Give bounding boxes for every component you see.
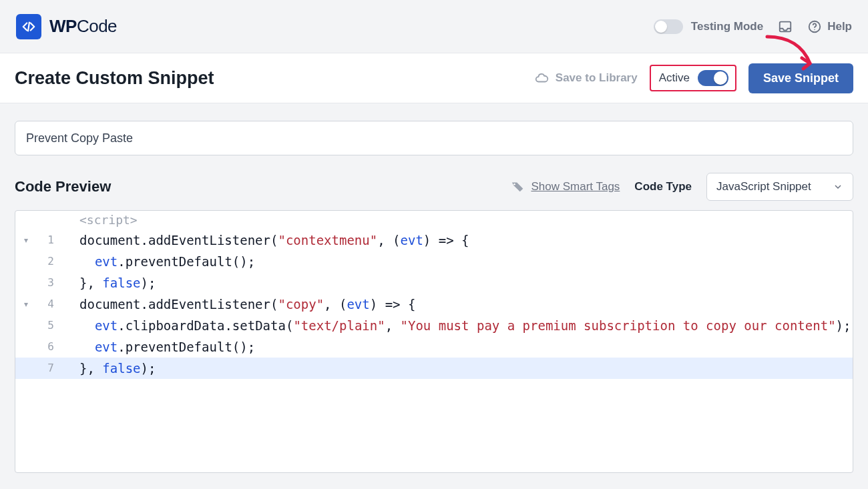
code-text[interactable]: document.addEventListener("contextmenu",…	[61, 229, 853, 251]
code-type-select[interactable]: JavaScript Snippet	[706, 173, 853, 201]
testing-mode-label: Testing Mode	[691, 20, 763, 33]
brand-name-rest: Code	[77, 16, 117, 36]
code-line[interactable]: 3}, false);	[15, 272, 853, 294]
brand-logo-mark	[16, 14, 41, 39]
code-text[interactable]: }, false);	[61, 272, 853, 294]
inbox-icon[interactable]	[778, 19, 793, 34]
code-text[interactable]: evt.preventDefault();	[61, 336, 853, 358]
line-number: 2	[37, 251, 61, 272]
top-bar: WPCode Testing Mode Help	[0, 0, 868, 53]
tags-icon	[511, 179, 525, 194]
line-number: 6	[37, 336, 61, 358]
brand-name: WPCode	[49, 16, 117, 37]
help-label: Help	[827, 20, 852, 33]
code-editor-body: ▾1document.addEventListener("contextmenu…	[15, 229, 853, 379]
snippet-title-input[interactable]	[15, 121, 853, 155]
save-snippet-button[interactable]: Save Snippet	[748, 63, 853, 93]
line-number: 7	[37, 358, 61, 379]
brand-logo: WPCode	[16, 14, 117, 39]
page-title: Create Custom Snippet	[15, 68, 214, 89]
code-editor[interactable]: <script> ▾1document.addEventListener("co…	[15, 210, 853, 473]
code-line[interactable]: ▾1document.addEventListener("contextmenu…	[15, 229, 853, 251]
code-icon	[21, 19, 36, 34]
topbar-right: Testing Mode Help	[654, 19, 852, 34]
code-line[interactable]: 2 evt.preventDefault();	[15, 251, 853, 272]
fold-gutter[interactable]: ▾	[15, 229, 37, 251]
svg-point-3	[514, 183, 516, 185]
line-number: 4	[37, 294, 61, 315]
code-preview-header: Code Preview Show Smart Tags Code Type J…	[15, 173, 853, 201]
save-to-library-button[interactable]: Save to Library	[534, 71, 638, 85]
line-number: 5	[37, 315, 61, 336]
code-line[interactable]: ▾4document.addEventListener("copy", (evt…	[15, 294, 853, 315]
code-preview-controls: Show Smart Tags Code Type JavaScript Sni…	[511, 173, 853, 201]
code-line[interactable]: 5 evt.clipboardData.setData("text/plain"…	[15, 315, 853, 336]
code-line[interactable]: 6 evt.preventDefault();	[15, 336, 853, 358]
help-link[interactable]: Help	[807, 19, 852, 34]
code-line[interactable]: 7}, false);	[15, 358, 853, 379]
testing-mode-group: Testing Mode	[654, 19, 763, 34]
help-icon	[807, 19, 822, 34]
brand-name-bold: WP	[49, 16, 77, 36]
svg-point-2	[814, 29, 815, 29]
actionbar-right: Save to Library Active Save Snippet	[534, 63, 853, 93]
code-editor-empty-area[interactable]	[15, 379, 853, 472]
code-text[interactable]: }, false);	[61, 358, 853, 379]
cloud-icon	[534, 71, 549, 85]
chevron-down-icon	[833, 181, 843, 192]
code-text[interactable]: evt.preventDefault();	[61, 251, 853, 272]
content-area: Code Preview Show Smart Tags Code Type J…	[0, 103, 868, 488]
testing-mode-toggle[interactable]	[654, 19, 683, 34]
active-label: Active	[659, 71, 690, 85]
fold-gutter[interactable]: ▾	[15, 294, 37, 315]
line-number: 3	[37, 272, 61, 294]
code-type-selected: JavaScript Snippet	[716, 180, 811, 193]
show-smart-tags-label: Show Smart Tags	[531, 180, 620, 193]
code-type-label: Code Type	[634, 180, 692, 193]
code-text[interactable]: document.addEventListener("copy", (evt) …	[61, 294, 853, 315]
code-preview-title: Code Preview	[15, 178, 111, 195]
code-text[interactable]: evt.clipboardData.setData("text/plain", …	[61, 315, 853, 336]
active-toggle-group: Active	[650, 65, 736, 91]
active-toggle[interactable]	[698, 70, 728, 86]
action-bar: Create Custom Snippet Save to Library Ac…	[0, 53, 868, 103]
code-editor-script-open-tag: <script>	[15, 211, 853, 229]
save-to-library-label: Save to Library	[556, 71, 638, 85]
show-smart-tags-link[interactable]: Show Smart Tags	[511, 179, 620, 194]
line-number: 1	[37, 229, 61, 251]
